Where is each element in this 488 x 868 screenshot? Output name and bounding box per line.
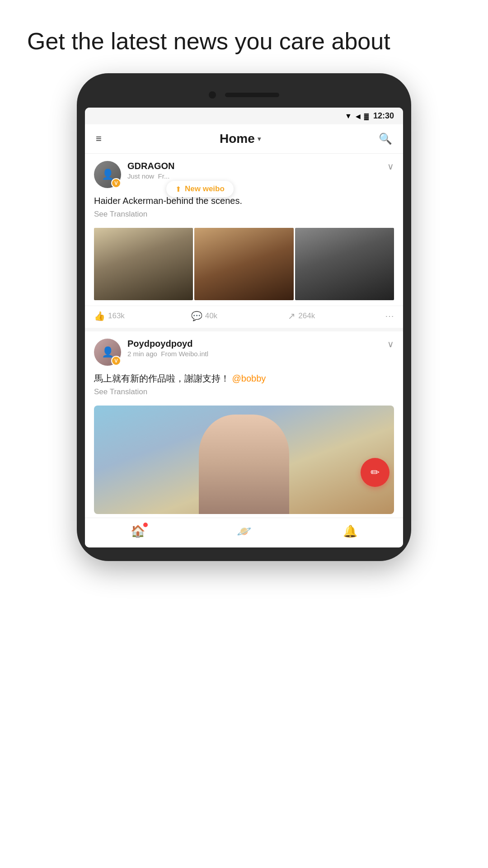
phone-screen: ▼ ◀ ▓ 12:30 ≡ Home ▾ 🔍 [85, 108, 403, 547]
home-title-label: Home [220, 132, 255, 146]
nav-item-notifications[interactable]: 🔔 [343, 524, 357, 538]
post-1-content: Haider Ackerman-behind the scenes. See T… [85, 193, 403, 224]
post-1-reposts: 264k [298, 311, 315, 321]
post-1-username[interactable]: GDRAGON [127, 161, 381, 171]
post-card-1: ⬆ New weibo 👤 V GDRAGON [85, 154, 403, 328]
post-1-likes: 163k [108, 311, 125, 321]
page-title: Get the latest news you care about [27, 27, 461, 55]
nav-item-discover[interactable]: 🪐 [237, 524, 251, 538]
status-bar: ▼ ◀ ▓ 12:30 [85, 108, 403, 124]
post-2-time: 2 min ago From Weibo.intl [127, 350, 381, 358]
phone-top [85, 87, 403, 108]
post-1-comments: 40k [205, 311, 217, 321]
post-2-header: 👤 V Poydpoydpoyd 2 min ago From Weibo.in… [85, 331, 403, 370]
post-2-image[interactable] [94, 406, 394, 514]
page-header: Get the latest news you care about [0, 0, 488, 73]
post-1-avatar-wrap: 👤 V [94, 161, 121, 188]
notifications-nav-icon: 🔔 [343, 524, 357, 538]
post-2-dropdown-icon[interactable]: ∨ [387, 339, 394, 349]
post-1-image-1[interactable] [94, 228, 193, 300]
feed: ⬆ New weibo 👤 V GDRAGON [85, 154, 403, 514]
post-1-header: 👤 V GDRAGON Just now Fr... [85, 154, 403, 193]
dropdown-arrow-icon: ▾ [258, 135, 261, 142]
post-1-text: Haider Ackerman-behind the scenes. [94, 194, 394, 207]
phone-camera [209, 91, 216, 99]
post-1-time: Just now Fr... [127, 172, 381, 180]
post-2-mention[interactable]: @bobby [232, 373, 266, 383]
post-2-avatar-wrap: 👤 V [94, 339, 121, 366]
comment-icon: 💬 [191, 311, 202, 321]
discover-nav-icon: 🪐 [237, 524, 251, 538]
app-header: ≡ Home ▾ 🔍 [85, 124, 403, 154]
signal-icon: ◀ [356, 113, 361, 120]
phone-container: ▼ ◀ ▓ 12:30 ≡ Home ▾ 🔍 [0, 73, 488, 561]
new-weibo-label: New weibo [185, 184, 225, 193]
post-1-see-translation[interactable]: See Translation [94, 210, 394, 219]
post-1-meta: GDRAGON Just now Fr... [127, 161, 381, 180]
post-1-share-action[interactable]: ⋯ [385, 311, 394, 321]
post-1-like-action[interactable]: 👍 163k [94, 311, 191, 321]
like-icon: 👍 [94, 311, 105, 321]
battery-icon: ▓ [364, 113, 369, 120]
post-1-comment-action[interactable]: 💬 40k [191, 311, 288, 321]
post-1-dropdown-icon[interactable]: ∨ [387, 161, 394, 172]
nav-item-home[interactable]: 🏠 [131, 524, 145, 538]
post-2-username[interactable]: Poydpoydpoyd [127, 339, 381, 349]
search-button[interactable]: 🔍 [379, 132, 392, 145]
phone-speaker [225, 93, 279, 97]
wifi-icon: ▼ [345, 112, 352, 120]
post-2-content: 馬上就有新的作品啦，謝謝支持！ @bobby See Translation [85, 370, 403, 402]
post-2-see-translation[interactable]: See Translation [94, 387, 394, 396]
verified-badge-2: V [111, 356, 121, 366]
status-time: 12:30 [373, 111, 394, 121]
fab-compose-button[interactable]: ✏ [361, 458, 389, 487]
post-1-repost-action[interactable]: ↗ 264k [288, 311, 385, 321]
repost-icon: ↗ [288, 311, 296, 321]
post-2-text: 馬上就有新的作品啦，謝謝支持！ @bobby [94, 372, 394, 385]
home-title-group[interactable]: Home ▾ [220, 132, 261, 146]
post-1-image-2[interactable] [194, 228, 293, 300]
hamburger-menu-icon[interactable]: ≡ [96, 133, 102, 145]
post-1-actions: 👍 163k 💬 40k ↗ 264k [85, 306, 403, 328]
home-notification-dot [143, 523, 148, 527]
post-1-image-3[interactable] [295, 228, 394, 300]
post-2-image-face [199, 415, 289, 514]
post-2-meta: Poydpoydpoyd 2 min ago From Weibo.intl [127, 339, 381, 358]
post-card-2: 👤 V Poydpoydpoyd 2 min ago From Weibo.in… [85, 331, 403, 514]
verified-badge-1: V [111, 178, 121, 188]
home-nav-icon: 🏠 [131, 524, 145, 538]
compose-icon: ✏ [371, 466, 380, 479]
phone-frame: ▼ ◀ ▓ 12:30 ≡ Home ▾ 🔍 [77, 73, 411, 561]
new-weibo-arrow-icon: ⬆ [175, 185, 181, 193]
share-icon: ⋯ [385, 311, 394, 321]
post-1-images [85, 224, 403, 306]
new-weibo-badge[interactable]: ⬆ New weibo [166, 181, 234, 197]
page-wrapper: Get the latest news you care about ▼ ◀ ▓… [0, 0, 488, 561]
bottom-navigation: 🏠 🪐 🔔 [85, 518, 403, 547]
status-icons: ▼ ◀ ▓ [345, 112, 369, 120]
